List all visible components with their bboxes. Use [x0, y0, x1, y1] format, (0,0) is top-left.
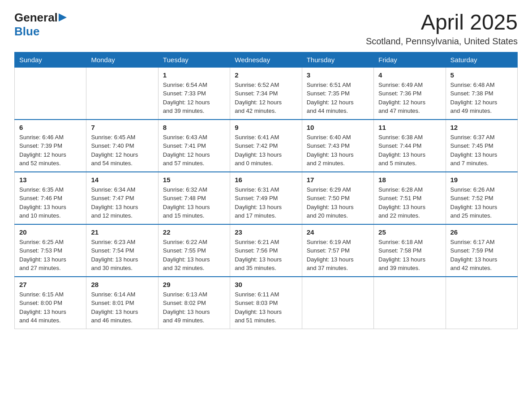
calendar-cell: 18Sunrise: 6:28 AM Sunset: 7:51 PM Dayli…: [374, 172, 446, 224]
calendar-cell: 4Sunrise: 6:49 AM Sunset: 7:36 PM Daylig…: [374, 67, 446, 120]
day-info: Sunrise: 6:34 AM Sunset: 7:47 PM Dayligh…: [91, 185, 153, 220]
weekday-header-tuesday: Tuesday: [158, 52, 230, 67]
day-number: 18: [378, 176, 441, 184]
day-number: 3: [307, 71, 369, 79]
calendar-cell: 26Sunrise: 6:17 AM Sunset: 7:59 PM Dayli…: [446, 224, 517, 277]
day-info: Sunrise: 6:28 AM Sunset: 7:51 PM Dayligh…: [378, 185, 441, 220]
day-info: Sunrise: 6:18 AM Sunset: 7:58 PM Dayligh…: [378, 238, 441, 273]
day-number: 28: [91, 281, 153, 288]
calendar-cell: 2Sunrise: 6:52 AM Sunset: 7:34 PM Daylig…: [230, 67, 302, 120]
calendar-cell: 24Sunrise: 6:19 AM Sunset: 7:57 PM Dayli…: [302, 224, 373, 277]
svg-marker-0: [59, 13, 67, 21]
day-number: 25: [378, 228, 441, 236]
day-number: 17: [307, 176, 369, 184]
calendar-cell: 1Sunrise: 6:54 AM Sunset: 7:33 PM Daylig…: [158, 67, 230, 120]
day-info: Sunrise: 6:19 AM Sunset: 7:57 PM Dayligh…: [307, 238, 369, 273]
calendar-table: SundayMondayTuesdayWednesdayThursdayFrid…: [14, 52, 518, 329]
calendar-cell: 29Sunrise: 6:13 AM Sunset: 8:02 PM Dayli…: [158, 277, 230, 329]
location-subtitle: Scotland, Pennsylvania, United States: [366, 36, 518, 47]
calendar-cell: 14Sunrise: 6:34 AM Sunset: 7:47 PM Dayli…: [86, 172, 158, 224]
day-number: 4: [378, 71, 441, 79]
day-info: Sunrise: 6:38 AM Sunset: 7:44 PM Dayligh…: [378, 133, 441, 168]
calendar-week-row: 1Sunrise: 6:54 AM Sunset: 7:33 PM Daylig…: [15, 67, 518, 120]
weekday-header-saturday: Saturday: [446, 52, 517, 67]
calendar-cell: 23Sunrise: 6:21 AM Sunset: 7:56 PM Dayli…: [230, 224, 302, 277]
calendar-cell: [86, 67, 158, 120]
day-number: 9: [235, 124, 297, 131]
day-info: Sunrise: 6:17 AM Sunset: 7:59 PM Dayligh…: [450, 238, 513, 273]
day-number: 8: [163, 124, 225, 131]
calendar-week-row: 27Sunrise: 6:15 AM Sunset: 8:00 PM Dayli…: [15, 277, 518, 329]
month-title: April 2025: [366, 11, 518, 34]
calendar-cell: 25Sunrise: 6:18 AM Sunset: 7:58 PM Dayli…: [374, 224, 446, 277]
day-number: 22: [163, 228, 225, 236]
day-number: 1: [163, 71, 225, 79]
day-info: Sunrise: 6:54 AM Sunset: 7:33 PM Dayligh…: [163, 81, 225, 116]
day-number: 10: [307, 124, 369, 131]
day-number: 2: [235, 71, 297, 79]
day-number: 23: [235, 228, 297, 236]
day-info: Sunrise: 6:26 AM Sunset: 7:52 PM Dayligh…: [450, 185, 513, 220]
calendar-cell: 20Sunrise: 6:25 AM Sunset: 7:53 PM Dayli…: [15, 224, 86, 277]
day-info: Sunrise: 6:46 AM Sunset: 7:39 PM Dayligh…: [19, 133, 82, 168]
calendar-week-row: 13Sunrise: 6:35 AM Sunset: 7:46 PM Dayli…: [15, 172, 518, 224]
day-number: 27: [19, 281, 82, 288]
calendar-cell: 27Sunrise: 6:15 AM Sunset: 8:00 PM Dayli…: [15, 277, 86, 329]
day-number: 6: [19, 124, 82, 131]
calendar-cell: 11Sunrise: 6:38 AM Sunset: 7:44 PM Dayli…: [374, 120, 446, 172]
weekday-header-sunday: Sunday: [15, 52, 86, 67]
calendar-cell: 17Sunrise: 6:29 AM Sunset: 7:50 PM Dayli…: [302, 172, 373, 224]
calendar-cell: 10Sunrise: 6:40 AM Sunset: 7:43 PM Dayli…: [302, 120, 373, 172]
day-info: Sunrise: 6:21 AM Sunset: 7:56 PM Dayligh…: [235, 238, 297, 273]
calendar-cell: [302, 277, 373, 329]
calendar-cell: 19Sunrise: 6:26 AM Sunset: 7:52 PM Dayli…: [446, 172, 517, 224]
logo-general-text: General: [14, 11, 58, 25]
day-number: 24: [307, 228, 369, 236]
logo-blue-text: Blue: [14, 25, 39, 39]
calendar-cell: 8Sunrise: 6:43 AM Sunset: 7:41 PM Daylig…: [158, 120, 230, 172]
day-info: Sunrise: 6:37 AM Sunset: 7:45 PM Dayligh…: [450, 133, 513, 168]
day-number: 12: [450, 124, 513, 131]
calendar-cell: 5Sunrise: 6:48 AM Sunset: 7:38 PM Daylig…: [446, 67, 517, 120]
day-info: Sunrise: 6:32 AM Sunset: 7:48 PM Dayligh…: [163, 185, 225, 220]
day-info: Sunrise: 6:48 AM Sunset: 7:38 PM Dayligh…: [450, 81, 513, 116]
day-number: 26: [450, 228, 513, 236]
weekday-header-row: SundayMondayTuesdayWednesdayThursdayFrid…: [15, 52, 518, 67]
day-number: 14: [91, 176, 153, 184]
day-number: 7: [91, 124, 153, 131]
day-info: Sunrise: 6:41 AM Sunset: 7:42 PM Dayligh…: [235, 133, 297, 168]
calendar-cell: [15, 67, 86, 120]
day-info: Sunrise: 6:31 AM Sunset: 7:49 PM Dayligh…: [235, 185, 297, 220]
day-info: Sunrise: 6:29 AM Sunset: 7:50 PM Dayligh…: [307, 185, 369, 220]
day-number: 11: [378, 124, 441, 131]
day-info: Sunrise: 6:15 AM Sunset: 8:00 PM Dayligh…: [19, 290, 82, 325]
weekday-header-wednesday: Wednesday: [230, 52, 302, 67]
calendar-cell: 7Sunrise: 6:45 AM Sunset: 7:40 PM Daylig…: [86, 120, 158, 172]
calendar-cell: 15Sunrise: 6:32 AM Sunset: 7:48 PM Dayli…: [158, 172, 230, 224]
logo-triangle-icon: [59, 13, 67, 21]
calendar-week-row: 6Sunrise: 6:46 AM Sunset: 7:39 PM Daylig…: [15, 120, 518, 172]
day-info: Sunrise: 6:11 AM Sunset: 8:03 PM Dayligh…: [235, 290, 297, 325]
calendar-cell: 22Sunrise: 6:22 AM Sunset: 7:55 PM Dayli…: [158, 224, 230, 277]
day-info: Sunrise: 6:22 AM Sunset: 7:55 PM Dayligh…: [163, 238, 225, 273]
calendar-cell: [446, 277, 517, 329]
day-info: Sunrise: 6:13 AM Sunset: 8:02 PM Dayligh…: [163, 290, 225, 325]
calendar-week-row: 20Sunrise: 6:25 AM Sunset: 7:53 PM Dayli…: [15, 224, 518, 277]
day-number: 13: [19, 176, 82, 184]
calendar-cell: 21Sunrise: 6:23 AM Sunset: 7:54 PM Dayli…: [86, 224, 158, 277]
day-info: Sunrise: 6:25 AM Sunset: 7:53 PM Dayligh…: [19, 238, 82, 273]
calendar-cell: 3Sunrise: 6:51 AM Sunset: 7:35 PM Daylig…: [302, 67, 373, 120]
day-number: 20: [19, 228, 82, 236]
title-block: April 2025 Scotland, Pennsylvania, Unite…: [366, 11, 518, 47]
day-info: Sunrise: 6:23 AM Sunset: 7:54 PM Dayligh…: [91, 238, 153, 273]
calendar-cell: 9Sunrise: 6:41 AM Sunset: 7:42 PM Daylig…: [230, 120, 302, 172]
calendar-cell: 13Sunrise: 6:35 AM Sunset: 7:46 PM Dayli…: [15, 172, 86, 224]
day-number: 5: [450, 71, 513, 79]
calendar-cell: 12Sunrise: 6:37 AM Sunset: 7:45 PM Dayli…: [446, 120, 517, 172]
weekday-header-monday: Monday: [86, 52, 158, 67]
day-info: Sunrise: 6:14 AM Sunset: 8:01 PM Dayligh…: [91, 290, 153, 325]
day-info: Sunrise: 6:43 AM Sunset: 7:41 PM Dayligh…: [163, 133, 225, 168]
day-info: Sunrise: 6:49 AM Sunset: 7:36 PM Dayligh…: [378, 81, 441, 116]
day-number: 30: [235, 281, 297, 288]
day-number: 21: [91, 228, 153, 236]
